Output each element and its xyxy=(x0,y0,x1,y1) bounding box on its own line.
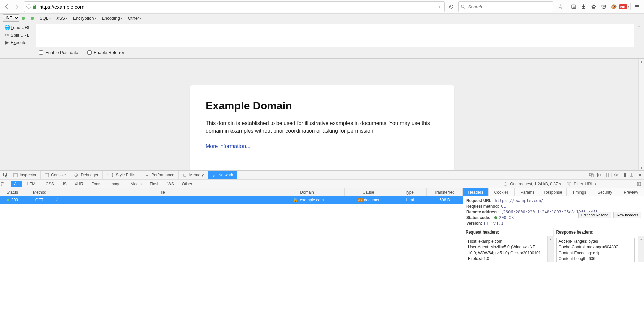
lock-icon: 🔒 xyxy=(293,198,298,202)
scroll-down-icon[interactable]: ▾ xyxy=(639,165,644,170)
chip-icon xyxy=(183,173,187,177)
edit-resend-button[interactable]: Edit and Resend xyxy=(578,212,611,218)
pick-element-icon[interactable] xyxy=(1,173,9,178)
col-cause[interactable]: Cause xyxy=(345,188,392,196)
svg-point-1 xyxy=(461,5,464,8)
forward-button[interactable] xyxy=(12,2,21,11)
tab-console[interactable]: Console xyxy=(41,171,70,179)
hackbar-menu-sql[interactable]: SQL xyxy=(40,16,51,21)
svg-line-28 xyxy=(506,184,507,184)
raw-headers-button[interactable]: Raw headers xyxy=(613,212,641,218)
back-button[interactable] xyxy=(2,2,11,11)
filter-flash[interactable]: Flash xyxy=(146,181,163,187)
filter-media[interactable]: Media xyxy=(127,181,145,187)
hackbar-plus[interactable]: + xyxy=(638,42,640,47)
extension-icon[interactable]: 🐵 xyxy=(609,2,619,11)
res-headers-scrollbar[interactable]: ▴ xyxy=(638,236,644,262)
dropdown-history-icon[interactable]: ▾ xyxy=(439,5,440,9)
abp-icon[interactable]: ABP▾ xyxy=(619,2,629,11)
page-viewport: Example Domain This domain is establishe… xyxy=(0,59,644,170)
col-domain[interactable]: Domain xyxy=(269,188,345,196)
popout-icon[interactable] xyxy=(628,173,636,177)
tab-style-editor[interactable]: { }Style Editor xyxy=(103,171,141,179)
address-bar[interactable]: ⓘ ▾ xyxy=(24,1,445,12)
filter-js[interactable]: JS xyxy=(59,181,70,187)
rtab-params[interactable]: Params xyxy=(515,188,540,196)
hackbar-menu-encryption[interactable]: Encryption xyxy=(73,16,96,21)
hackbar-split-url[interactable]: ✂Split URL xyxy=(3,31,36,39)
toggle-recording-icon[interactable] xyxy=(634,180,644,188)
rtab-timings[interactable]: Timings xyxy=(567,188,592,196)
filter-ws[interactable]: WS xyxy=(164,181,177,187)
rtab-preview[interactable]: Preview xyxy=(618,188,644,196)
dock-mode-icon[interactable] xyxy=(603,173,611,177)
tab-inspector[interactable]: Inspector xyxy=(9,171,41,179)
col-status[interactable]: Status xyxy=(0,188,25,196)
network-table-head: Status Method File Domain Cause Type Tra… xyxy=(0,188,463,196)
page-more-info-link[interactable]: More information... xyxy=(206,143,250,149)
hackbar-actions: 🌐Load URL ✂Split URL ▶Execute xyxy=(3,24,36,47)
filter-urls-box[interactable] xyxy=(564,180,634,188)
hackbar-menu-encoding[interactable]: Encoding xyxy=(102,16,122,21)
hackbar-enable-referrer[interactable]: Enable Referrer xyxy=(86,49,124,56)
status-dot-icon xyxy=(7,199,9,201)
dock-side-icon[interactable] xyxy=(620,173,628,177)
filter-css[interactable]: CSS xyxy=(42,181,57,187)
tab-performance[interactable]: Performance xyxy=(141,171,179,179)
rtab-headers[interactable]: Headers xyxy=(463,188,489,196)
hackbar-prev-icon[interactable] xyxy=(22,16,25,21)
hackbar-menu: SQL XSS Encryption Encoding Other xyxy=(22,16,147,21)
filter-fonts[interactable]: Fonts xyxy=(88,181,105,187)
filter-urls-input[interactable] xyxy=(573,181,631,187)
hackbar-enable-post[interactable]: Enable Post data xyxy=(38,49,78,56)
clear-requests-icon[interactable] xyxy=(0,182,10,186)
bookmark-star-icon[interactable]: ☆ xyxy=(556,2,565,11)
tab-memory[interactable]: Memory xyxy=(179,171,208,179)
hackbar-execute[interactable]: ▶Execute xyxy=(3,39,36,46)
gauge-icon xyxy=(145,173,149,177)
close-devtools-icon[interactable]: ✕ xyxy=(636,173,644,177)
filter-all[interactable]: All xyxy=(11,181,22,187)
req-headers-scrollbar[interactable]: ▴ xyxy=(547,236,553,262)
search-box[interactable] xyxy=(458,1,553,12)
downloads-icon[interactable] xyxy=(579,2,588,11)
rtab-response[interactable]: Response xyxy=(540,188,566,196)
responsive-mode-icon[interactable] xyxy=(587,173,595,177)
hackbar-menu-other[interactable]: Other xyxy=(128,16,142,21)
menu-icon[interactable] xyxy=(632,2,642,11)
tab-debugger[interactable]: Debugger xyxy=(70,171,103,179)
rtab-security[interactable]: Security xyxy=(592,188,618,196)
viewport-scrollbar[interactable]: ▴ ▾ xyxy=(638,59,644,170)
iframe-select-icon[interactable] xyxy=(595,173,603,177)
response-headers-list[interactable]: Accept-Ranges: bytes Cache-Control: max-… xyxy=(556,238,635,262)
network-row[interactable]: 200 GET / 🔒example.com JSdocument html 6… xyxy=(0,196,463,204)
hackbar-menu-xss[interactable]: XSS xyxy=(56,16,68,21)
request-headers-list[interactable]: Host: example.com User-Agent: Mozilla/5.… xyxy=(466,238,544,262)
col-method[interactable]: Method xyxy=(25,188,54,196)
filter-html[interactable]: HTML xyxy=(23,181,41,187)
hackbar-next-icon[interactable] xyxy=(31,16,34,21)
rtab-cookies[interactable]: Cookies xyxy=(489,188,515,196)
js-badge-icon: JS xyxy=(357,198,363,202)
reload-button[interactable] xyxy=(447,2,456,11)
hackbar-minus[interactable]: − xyxy=(638,24,640,29)
home-icon[interactable] xyxy=(589,2,598,11)
filter-xhr[interactable]: XHR xyxy=(71,181,87,187)
pocket-icon[interactable] xyxy=(599,2,608,11)
col-transferred[interactable]: Transferred xyxy=(427,188,463,196)
col-type[interactable]: Type xyxy=(392,188,427,196)
tab-network[interactable]: Network xyxy=(208,171,237,179)
network-table: Status Method File Domain Cause Type Tra… xyxy=(0,188,463,262)
filter-other[interactable]: Other xyxy=(179,181,196,187)
filter-images[interactable]: Images xyxy=(106,181,126,187)
hackbar-db-select[interactable]: INT xyxy=(3,14,19,22)
url-input[interactable] xyxy=(39,4,437,10)
library-icon[interactable] xyxy=(569,2,578,11)
settings-icon[interactable]: ⚙ xyxy=(611,173,620,177)
hackbar-load-url[interactable]: 🌐Load URL xyxy=(3,24,36,31)
col-file[interactable]: File xyxy=(54,188,269,196)
hackbar-url-textarea[interactable] xyxy=(36,24,634,47)
search-input[interactable] xyxy=(467,4,551,10)
site-info-icon[interactable]: ⓘ xyxy=(26,4,31,10)
scroll-up-icon[interactable]: ▴ xyxy=(639,59,644,64)
